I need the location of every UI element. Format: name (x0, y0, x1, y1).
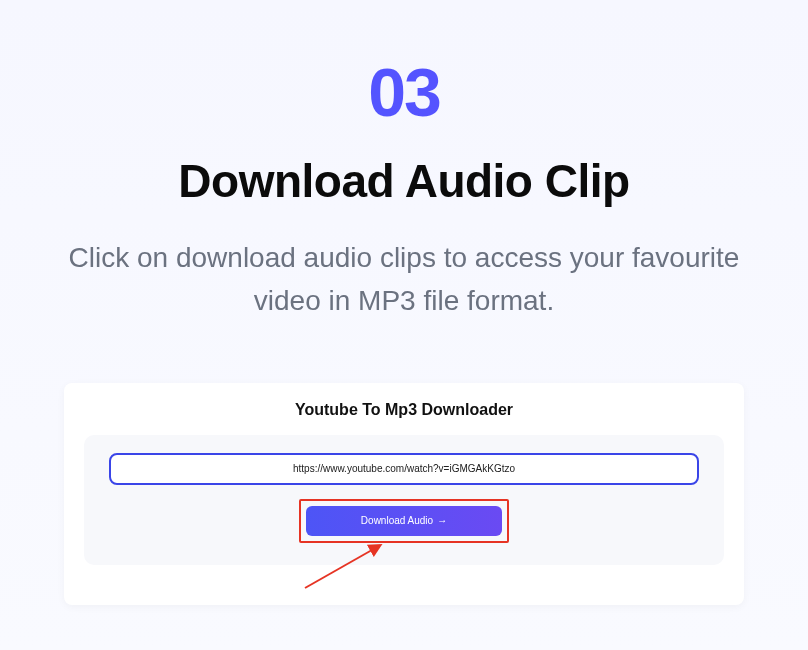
mockup-title: Youtube To Mp3 Downloader (84, 401, 724, 419)
step-description: Click on download audio clips to access … (54, 236, 754, 323)
step-title: Download Audio Clip (0, 154, 808, 208)
step-number: 03 (0, 58, 808, 126)
arrow-right-icon: → (437, 516, 447, 526)
download-audio-button[interactable]: Download Audio → (306, 506, 502, 536)
highlight-box: Download Audio → (299, 499, 509, 543)
mockup-card: Youtube To Mp3 Downloader Download Audio… (64, 383, 744, 605)
youtube-url-input[interactable] (109, 453, 699, 485)
pointer-arrow-icon (299, 538, 389, 593)
svg-line-1 (305, 546, 379, 588)
mockup-panel: Download Audio → (84, 435, 724, 565)
download-button-label: Download Audio (361, 515, 433, 526)
step-container: 03 Download Audio Clip Click on download… (0, 0, 808, 605)
